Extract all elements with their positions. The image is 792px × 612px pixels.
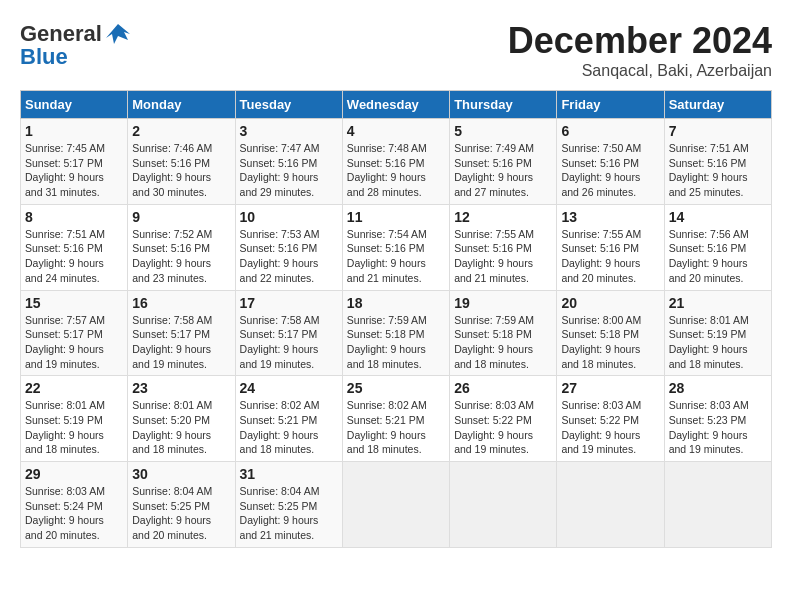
sunset-text: Sunset: 5:16 PM bbox=[561, 241, 659, 256]
day-info: Sunrise: 7:54 AMSunset: 5:16 PMDaylight:… bbox=[347, 227, 445, 286]
day-info: Sunrise: 7:55 AMSunset: 5:16 PMDaylight:… bbox=[454, 227, 552, 286]
sunset-text: Sunset: 5:20 PM bbox=[132, 413, 230, 428]
table-row: 2Sunrise: 7:46 AMSunset: 5:16 PMDaylight… bbox=[128, 119, 235, 205]
daylight-text: Daylight: 9 hours and 18 minutes. bbox=[132, 428, 230, 457]
day-number: 5 bbox=[454, 123, 552, 139]
calendar-week-row: 22Sunrise: 8:01 AMSunset: 5:19 PMDayligh… bbox=[21, 376, 772, 462]
day-info: Sunrise: 8:02 AMSunset: 5:21 PMDaylight:… bbox=[347, 398, 445, 457]
sunset-text: Sunset: 5:17 PM bbox=[132, 327, 230, 342]
table-row: 5Sunrise: 7:49 AMSunset: 5:16 PMDaylight… bbox=[450, 119, 557, 205]
daylight-text: Daylight: 9 hours and 22 minutes. bbox=[240, 256, 338, 285]
daylight-text: Daylight: 9 hours and 18 minutes. bbox=[347, 428, 445, 457]
sunrise-text: Sunrise: 7:50 AM bbox=[561, 141, 659, 156]
sunrise-text: Sunrise: 7:58 AM bbox=[240, 313, 338, 328]
day-number: 16 bbox=[132, 295, 230, 311]
daylight-text: Daylight: 9 hours and 24 minutes. bbox=[25, 256, 123, 285]
table-row: 14Sunrise: 7:56 AMSunset: 5:16 PMDayligh… bbox=[664, 204, 771, 290]
day-info: Sunrise: 8:03 AMSunset: 5:24 PMDaylight:… bbox=[25, 484, 123, 543]
calendar-week-row: 1Sunrise: 7:45 AMSunset: 5:17 PMDaylight… bbox=[21, 119, 772, 205]
sunset-text: Sunset: 5:17 PM bbox=[240, 327, 338, 342]
day-info: Sunrise: 8:01 AMSunset: 5:19 PMDaylight:… bbox=[25, 398, 123, 457]
sunset-text: Sunset: 5:16 PM bbox=[240, 241, 338, 256]
col-wednesday: Wednesday bbox=[342, 91, 449, 119]
day-number: 23 bbox=[132, 380, 230, 396]
day-info: Sunrise: 7:59 AMSunset: 5:18 PMDaylight:… bbox=[454, 313, 552, 372]
day-info: Sunrise: 7:51 AMSunset: 5:16 PMDaylight:… bbox=[669, 141, 767, 200]
location-subtitle: Sanqacal, Baki, Azerbaijan bbox=[508, 62, 772, 80]
daylight-text: Daylight: 9 hours and 18 minutes. bbox=[669, 342, 767, 371]
daylight-text: Daylight: 9 hours and 29 minutes. bbox=[240, 170, 338, 199]
day-number: 27 bbox=[561, 380, 659, 396]
table-row: 17Sunrise: 7:58 AMSunset: 5:17 PMDayligh… bbox=[235, 290, 342, 376]
calendar-week-row: 15Sunrise: 7:57 AMSunset: 5:17 PMDayligh… bbox=[21, 290, 772, 376]
sunset-text: Sunset: 5:24 PM bbox=[25, 499, 123, 514]
daylight-text: Daylight: 9 hours and 19 minutes. bbox=[561, 428, 659, 457]
table-row: 28Sunrise: 8:03 AMSunset: 5:23 PMDayligh… bbox=[664, 376, 771, 462]
col-monday: Monday bbox=[128, 91, 235, 119]
day-number: 4 bbox=[347, 123, 445, 139]
day-info: Sunrise: 8:03 AMSunset: 5:22 PMDaylight:… bbox=[561, 398, 659, 457]
sunset-text: Sunset: 5:16 PM bbox=[25, 241, 123, 256]
day-info: Sunrise: 7:46 AMSunset: 5:16 PMDaylight:… bbox=[132, 141, 230, 200]
sunrise-text: Sunrise: 8:01 AM bbox=[669, 313, 767, 328]
sunrise-text: Sunrise: 7:52 AM bbox=[132, 227, 230, 242]
sunrise-text: Sunrise: 8:01 AM bbox=[25, 398, 123, 413]
daylight-text: Daylight: 9 hours and 19 minutes. bbox=[669, 428, 767, 457]
daylight-text: Daylight: 9 hours and 21 minutes. bbox=[454, 256, 552, 285]
calendar-week-row: 8Sunrise: 7:51 AMSunset: 5:16 PMDaylight… bbox=[21, 204, 772, 290]
daylight-text: Daylight: 9 hours and 25 minutes. bbox=[669, 170, 767, 199]
daylight-text: Daylight: 9 hours and 20 minutes. bbox=[25, 513, 123, 542]
sunrise-text: Sunrise: 8:04 AM bbox=[240, 484, 338, 499]
daylight-text: Daylight: 9 hours and 20 minutes. bbox=[132, 513, 230, 542]
day-info: Sunrise: 8:01 AMSunset: 5:20 PMDaylight:… bbox=[132, 398, 230, 457]
day-info: Sunrise: 8:04 AMSunset: 5:25 PMDaylight:… bbox=[132, 484, 230, 543]
day-number: 31 bbox=[240, 466, 338, 482]
col-thursday: Thursday bbox=[450, 91, 557, 119]
svg-marker-0 bbox=[106, 24, 130, 44]
day-number: 18 bbox=[347, 295, 445, 311]
daylight-text: Daylight: 9 hours and 18 minutes. bbox=[561, 342, 659, 371]
table-row: 1Sunrise: 7:45 AMSunset: 5:17 PMDaylight… bbox=[21, 119, 128, 205]
day-number: 12 bbox=[454, 209, 552, 225]
day-number: 25 bbox=[347, 380, 445, 396]
sunrise-text: Sunrise: 8:03 AM bbox=[669, 398, 767, 413]
table-row: 6Sunrise: 7:50 AMSunset: 5:16 PMDaylight… bbox=[557, 119, 664, 205]
logo: General Blue bbox=[20, 20, 132, 70]
sunset-text: Sunset: 5:17 PM bbox=[25, 156, 123, 171]
calendar-header-row: Sunday Monday Tuesday Wednesday Thursday… bbox=[21, 91, 772, 119]
sunrise-text: Sunrise: 7:46 AM bbox=[132, 141, 230, 156]
day-info: Sunrise: 7:52 AMSunset: 5:16 PMDaylight:… bbox=[132, 227, 230, 286]
table-row bbox=[557, 462, 664, 548]
sunset-text: Sunset: 5:18 PM bbox=[347, 327, 445, 342]
day-info: Sunrise: 7:58 AMSunset: 5:17 PMDaylight:… bbox=[240, 313, 338, 372]
table-row: 25Sunrise: 8:02 AMSunset: 5:21 PMDayligh… bbox=[342, 376, 449, 462]
table-row: 22Sunrise: 8:01 AMSunset: 5:19 PMDayligh… bbox=[21, 376, 128, 462]
daylight-text: Daylight: 9 hours and 27 minutes. bbox=[454, 170, 552, 199]
day-info: Sunrise: 7:59 AMSunset: 5:18 PMDaylight:… bbox=[347, 313, 445, 372]
table-row bbox=[450, 462, 557, 548]
day-number: 17 bbox=[240, 295, 338, 311]
table-row bbox=[664, 462, 771, 548]
daylight-text: Daylight: 9 hours and 18 minutes. bbox=[25, 428, 123, 457]
sunset-text: Sunset: 5:16 PM bbox=[669, 241, 767, 256]
sunrise-text: Sunrise: 7:55 AM bbox=[561, 227, 659, 242]
day-number: 6 bbox=[561, 123, 659, 139]
sunrise-text: Sunrise: 8:03 AM bbox=[25, 484, 123, 499]
table-row: 26Sunrise: 8:03 AMSunset: 5:22 PMDayligh… bbox=[450, 376, 557, 462]
sunrise-text: Sunrise: 7:57 AM bbox=[25, 313, 123, 328]
daylight-text: Daylight: 9 hours and 31 minutes. bbox=[25, 170, 123, 199]
sunrise-text: Sunrise: 8:01 AM bbox=[132, 398, 230, 413]
table-row: 8Sunrise: 7:51 AMSunset: 5:16 PMDaylight… bbox=[21, 204, 128, 290]
day-number: 2 bbox=[132, 123, 230, 139]
day-number: 14 bbox=[669, 209, 767, 225]
sunset-text: Sunset: 5:21 PM bbox=[347, 413, 445, 428]
sunset-text: Sunset: 5:21 PM bbox=[240, 413, 338, 428]
sunset-text: Sunset: 5:16 PM bbox=[240, 156, 338, 171]
daylight-text: Daylight: 9 hours and 30 minutes. bbox=[132, 170, 230, 199]
col-saturday: Saturday bbox=[664, 91, 771, 119]
sunset-text: Sunset: 5:16 PM bbox=[347, 156, 445, 171]
table-row: 23Sunrise: 8:01 AMSunset: 5:20 PMDayligh… bbox=[128, 376, 235, 462]
day-number: 21 bbox=[669, 295, 767, 311]
sunrise-text: Sunrise: 7:54 AM bbox=[347, 227, 445, 242]
day-info: Sunrise: 8:02 AMSunset: 5:21 PMDaylight:… bbox=[240, 398, 338, 457]
